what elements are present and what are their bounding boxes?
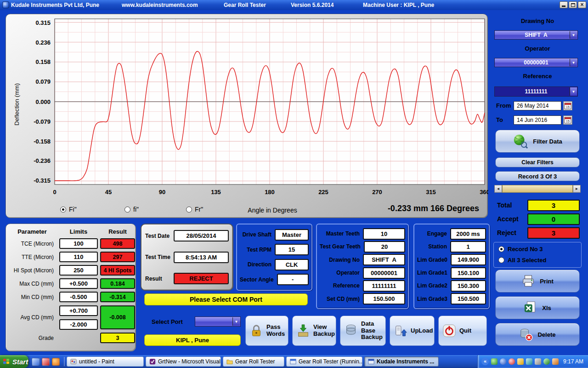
close-button[interactable]: ×: [578, 1, 586, 8]
radio-record-no[interactable]: Record No 3: [498, 246, 543, 253]
tray-icon-2[interactable]: [500, 358, 506, 365]
window-icon: [290, 358, 296, 365]
record-scrollbar[interactable]: ◄ ►: [494, 185, 581, 193]
radio-label: Fr": [195, 206, 203, 213]
lim-grade0-value[interactable]: 149.900: [451, 254, 486, 265]
delete-button[interactable]: Delete: [495, 323, 580, 346]
limit-input[interactable]: 110: [59, 252, 98, 262]
quit-button[interactable]: Quit: [438, 316, 487, 346]
chevron-down-icon[interactable]: ▼: [570, 87, 577, 96]
tray-icon-4[interactable]: [517, 358, 524, 365]
tray-icon-3[interactable]: [509, 358, 515, 365]
chevron-down-icon[interactable]: ▼: [570, 31, 577, 39]
taskbar-item-app-running[interactable]: Gear Roll Tester (Runnin...: [286, 356, 362, 367]
quick-launch-icon-1[interactable]: [32, 358, 40, 366]
chevron-down-icon[interactable]: ▼: [232, 317, 240, 326]
quick-launch-icon-2[interactable]: [42, 358, 50, 366]
radio-circle: [186, 207, 192, 213]
field-label: Reference: [333, 282, 360, 289]
database-backup-button[interactable]: Data Base Backup: [340, 316, 386, 346]
radio-fi-lower[interactable]: fi": [124, 206, 139, 213]
quick-launch: [28, 358, 63, 366]
operator-value[interactable]: 00000001: [363, 267, 405, 279]
field-label: Lim Grade1: [417, 270, 447, 276]
drawing-no-value[interactable]: SHIFT A: [363, 254, 405, 265]
tray-icon-1[interactable]: [491, 358, 498, 365]
engage-value[interactable]: 2000 ms: [450, 228, 486, 240]
tray-icon-7[interactable]: [543, 358, 550, 365]
operator-dropdown[interactable]: 00000001 ▼: [494, 58, 578, 67]
drawing-no-label: Drawing No: [492, 17, 582, 24]
grade-label: Grade: [7, 335, 57, 341]
set-cd-value[interactable]: 150.500: [363, 293, 405, 305]
print-button[interactable]: Print: [495, 270, 580, 293]
field-label: Master Teeth: [326, 230, 360, 237]
station-value[interactable]: 1: [450, 241, 486, 253]
lim-grade1-value[interactable]: 150.100: [451, 267, 486, 279]
drawing-no-dropdown[interactable]: SHIFT A ▼: [494, 30, 578, 40]
folder-icon: [226, 358, 233, 365]
radio-fr[interactable]: Fr": [186, 206, 203, 213]
scroll-right-button[interactable]: ►: [573, 185, 581, 193]
tray-chevron-icon[interactable]: «: [481, 358, 489, 365]
filter-data-button[interactable]: Filter Data: [495, 130, 580, 153]
select-port-dropdown[interactable]: ▼: [195, 316, 241, 327]
to-date-field[interactable]: 14 Jun 2016: [514, 115, 561, 125]
view-backup-label: View Backup: [313, 324, 335, 338]
clear-filters-button[interactable]: Clear Filters: [495, 157, 580, 167]
limit-input[interactable]: 100: [59, 238, 98, 249]
visual-studio-icon: [149, 358, 156, 365]
minimize-button[interactable]: [560, 1, 568, 8]
limit-input[interactable]: -0.500: [59, 292, 98, 302]
reject-count: 3: [527, 227, 580, 239]
test-gear-teeth-value[interactable]: 20: [364, 241, 405, 253]
quick-launch-icon-3[interactable]: [52, 358, 60, 366]
svg-text:-0.315: -0.315: [34, 177, 51, 184]
radio-fi-double-prime[interactable]: Fi": [60, 206, 77, 213]
start-label: Start: [12, 358, 28, 366]
reference-value[interactable]: 11111111: [363, 280, 405, 292]
start-button[interactable]: Start: [0, 355, 28, 368]
reference-dropdown[interactable]: 11111111 ▼: [494, 86, 578, 97]
cursor-readout: -0.233 mm 166 Degrees: [388, 204, 479, 213]
scrollbar-track[interactable]: [502, 185, 573, 193]
from-date-field[interactable]: 26 May 2014: [514, 101, 561, 110]
radio-circle: [124, 207, 130, 213]
from-calendar-button[interactable]: 15: [563, 101, 572, 110]
tray-icon-8[interactable]: [552, 358, 559, 365]
pass-words-button[interactable]: Pass Words: [245, 316, 288, 346]
quit-label: Quit: [459, 328, 471, 334]
test-rpm-value[interactable]: 15: [275, 244, 309, 255]
sector-angle-value[interactable]: -: [277, 274, 309, 285]
upload-icon: [394, 324, 407, 338]
backup-icon: [296, 324, 310, 338]
avg-upper-limit-input[interactable]: +0.700: [59, 305, 98, 316]
lim-grade2-value[interactable]: 150.300: [451, 280, 486, 292]
lim-grade3-value[interactable]: 150.500: [451, 293, 486, 305]
view-backup-button[interactable]: View Backup: [292, 316, 336, 346]
limit-input[interactable]: 250: [59, 265, 98, 276]
result-value: 297: [100, 252, 135, 262]
upload-button[interactable]: UpLoad: [390, 316, 435, 346]
direction-value[interactable]: CLK: [275, 259, 309, 270]
window-icon: [368, 358, 374, 365]
tray-icon-5[interactable]: [526, 358, 532, 365]
taskbar-item-paint[interactable]: untitled - Paint: [67, 356, 144, 367]
taskbar-item-kudale-active[interactable]: Kudale Instruments ...: [364, 356, 439, 367]
drive-shaft-value[interactable]: Master: [275, 229, 309, 241]
tray-icon-6[interactable]: [535, 358, 541, 365]
result-value: 0.184: [100, 278, 135, 289]
chevron-down-icon[interactable]: ▼: [570, 59, 577, 66]
taskbar-item-visual-studio[interactable]: GrtNew - Microsoft Visual...: [146, 356, 221, 367]
xls-export-button[interactable]: Xls: [495, 296, 580, 319]
taskbar-item-folder[interactable]: Gear Roll Tester: [223, 356, 284, 367]
maximize-button[interactable]: [569, 1, 577, 8]
radio-all-selected[interactable]: All 3 Selected: [498, 257, 547, 264]
avg-lower-limit-input[interactable]: -2.000: [59, 319, 98, 330]
scroll-left-button[interactable]: ◄: [494, 185, 502, 193]
master-teeth-value[interactable]: 10: [363, 228, 405, 240]
from-label: From: [496, 102, 511, 109]
to-calendar-button[interactable]: 15: [563, 115, 572, 125]
titlebar-version: Version 5.6.2014: [291, 0, 334, 10]
limit-input[interactable]: +0.500: [59, 278, 98, 289]
